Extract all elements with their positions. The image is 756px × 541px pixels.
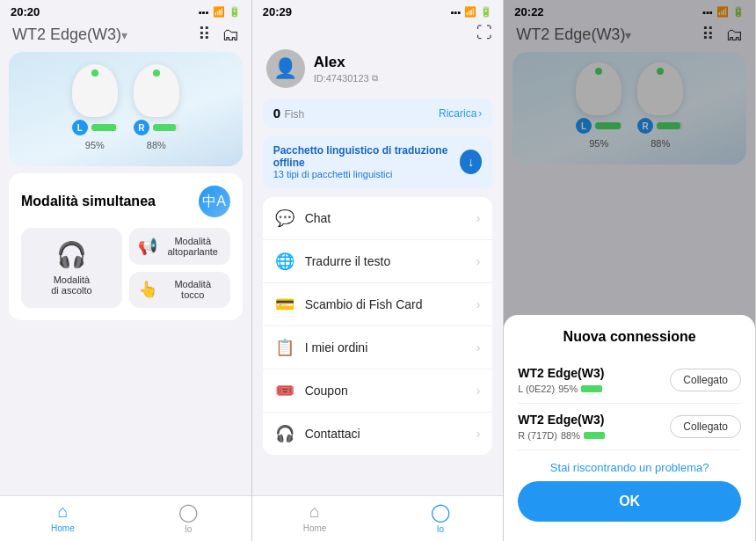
p1-header: WT2 Edge(W3)▾ ⠿ 🗂 [0, 20, 251, 52]
menu-coupon[interactable]: 🎟️ Coupon › [263, 369, 493, 413]
connect-button-1[interactable]: Collegato [670, 369, 741, 391]
speaker-mode-button[interactable]: 📢 Modalità altoparlante [129, 228, 230, 265]
translate-chevron: › [476, 254, 481, 268]
recharge-button[interactable]: Ricarica › [439, 107, 482, 120]
tab-home-1[interactable]: ⌂ Home [0, 501, 126, 534]
menu-orders[interactable]: 📋 I miei ordini › [263, 326, 493, 369]
fish-label: Fish [284, 108, 304, 121]
expand-icon[interactable]: ⛶ [476, 24, 492, 42]
tab-io-1[interactable]: ◯ Io [126, 501, 251, 534]
menu-orders-label: I miei ordini [305, 340, 466, 355]
recharge-chevron: › [478, 107, 482, 120]
tab-home-label-2: Home [303, 523, 327, 533]
speaker-icon: 📢 [138, 237, 157, 256]
tab-home-label-1: Home [51, 523, 75, 533]
status-bar-2: 20:29 ▪▪▪ 📶 🔋 [252, 0, 504, 20]
earbud-battery-left-1 [91, 124, 118, 131]
trouble-link[interactable]: Stai riscontrando un problema? [518, 450, 741, 481]
device-row-2: WT2 Edge(W3) R (717D) 88% Collegato [518, 404, 741, 450]
lang-title: Pacchetto linguistico di traduzione offl… [273, 144, 461, 169]
earbuds-section-1: L 95% R 88% [9, 52, 243, 166]
modal-overlay: Nuova connessione WT2 Edge(W3) L (0E22) … [504, 0, 755, 541]
earbud-shape-right-1 [134, 64, 179, 117]
earbud-label-left-1: L [72, 120, 118, 135]
earbud-lr-label-right-1: R [134, 120, 149, 135]
ear-icon: 🎧 [56, 240, 87, 269]
device-info-1: WT2 Edge(W3) L (0E22) 95% [518, 366, 604, 394]
signal-icon-1: ▪▪▪ [199, 7, 209, 18]
status-time-2: 20:29 [263, 5, 292, 18]
device-name-1: WT2 Edge(W3) [518, 366, 604, 380]
menu-translate[interactable]: 🌐 Tradurre il testo › [263, 240, 493, 283]
qr-button[interactable]: ⠿ [198, 24, 211, 45]
device-sub-2: R (717D) 88% [518, 430, 605, 441]
page-title-1: WT2 Edge(W3)▾ [12, 26, 127, 43]
lang-download-button[interactable]: ↓ [460, 150, 482, 174]
menu-coupon-label: Coupon [305, 384, 466, 398]
menu-list: 💬 Chat › 🌐 Tradurre il testo › 💳 Scambio… [263, 197, 493, 455]
copy-id-icon: ⧉ [372, 73, 378, 84]
fish-card-chevron: › [476, 297, 481, 311]
device-name-2: WT2 Edge(W3) [518, 413, 605, 427]
touch-mode-button[interactable]: 👆 Modalità tocco [129, 272, 230, 309]
tab-io-label-1: Io [185, 524, 192, 534]
earbud-pct-left-1: 95% [85, 140, 105, 150]
earbud-battery-fill-left-1 [91, 124, 117, 131]
panel-connection: 20:22 ▪▪▪ 📶 🔋 WT2 Edge(W3)▾ ⠿ 🗂 L [504, 0, 756, 541]
tab-home-2[interactable]: ⌂ Home [252, 501, 378, 534]
menu-contact-label: Contattaci [305, 427, 466, 441]
profile-section: 👤 Alex ID:47430123 ⧉ [252, 42, 504, 99]
coupon-icon: 🎟️ [275, 381, 294, 400]
contact-chevron: › [476, 427, 481, 441]
chat-chevron: › [476, 211, 481, 225]
status-icons-2: ▪▪▪ 📶 🔋 [451, 6, 493, 18]
share-button[interactable]: 🗂 [222, 25, 239, 45]
panel-home: 20:20 ▪▪▪ 📶 🔋 WT2 Edge(W3)▾ ⠿ 🗂 L [0, 0, 252, 541]
device-battery-1 [581, 385, 602, 392]
person-icon-1: ◯ [178, 501, 198, 523]
battery-icon-1: 🔋 [229, 6, 241, 18]
panel-profile: 20:29 ▪▪▪ 📶 🔋 ⛶ 👤 Alex ID:47430123 ⧉ 0 F… [252, 0, 505, 541]
touch-mode-label: Modalità tocco [164, 279, 222, 300]
lang-banner[interactable]: Pacchetto linguistico di traduzione offl… [263, 135, 493, 188]
modal-title: Nuova connessione [518, 329, 741, 345]
lang-subtitle: 13 tipi di pacchetti linguistici [273, 169, 461, 179]
speaker-mode-label: Modalità altoparlante [164, 236, 222, 257]
person-icon-2: ◯ [431, 501, 450, 523]
profile-id: ID:47430123 ⧉ [314, 73, 378, 84]
earbud-left-1: L 95% [72, 64, 118, 150]
coupon-chevron: › [476, 384, 481, 398]
tab-io-2[interactable]: ◯ Io [378, 501, 504, 534]
profile-info: Alex ID:47430123 ⧉ [314, 54, 378, 84]
menu-fish-card[interactable]: 💳 Scambio di Fish Card › [263, 283, 493, 326]
fish-card-icon: 💳 [275, 295, 294, 314]
mode-title-label: Modalità simultanea [21, 194, 156, 209]
connect-button-2[interactable]: Collegato [670, 415, 741, 438]
menu-fish-card-label: Scambio di Fish Card [305, 297, 466, 311]
profile-name: Alex [314, 54, 378, 71]
listen-mode-label: Modalitàdi ascolto [51, 274, 91, 296]
signal-icon-2: ▪▪▪ [451, 7, 462, 18]
touch-icon: 👆 [138, 280, 157, 299]
orders-chevron: › [476, 340, 481, 355]
avatar: 👤 [266, 49, 305, 88]
tab-bar-2: ⌂ Home ◯ Io [252, 495, 504, 541]
orders-icon: 📋 [275, 338, 294, 357]
download-icon: ↓ [468, 155, 474, 169]
status-time-1: 20:20 [11, 5, 40, 18]
modal-sheet: Nuova connessione WT2 Edge(W3) L (0E22) … [504, 315, 755, 541]
status-bar-1: 20:20 ▪▪▪ 📶 🔋 [0, 0, 251, 20]
menu-chat[interactable]: 💬 Chat › [263, 197, 493, 240]
mode-title-row: Modalità simultanea 中A [21, 186, 230, 217]
status-icons-1: ▪▪▪ 📶 🔋 [199, 6, 241, 18]
device-battery-2 [584, 432, 605, 439]
menu-translate-label: Tradurre il testo [305, 254, 466, 268]
fish-banner: 0 Fish Ricarica › [263, 99, 493, 128]
chat-icon: 💬 [275, 208, 294, 228]
menu-contact[interactable]: 🎧 Contattaci › [263, 413, 493, 455]
listen-mode-button[interactable]: 🎧 Modalitàdi ascolto [21, 228, 122, 308]
mode-card: Modalità simultanea 中A 🎧 Modalitàdi asco… [9, 173, 243, 320]
translate-icon: 🌐 [275, 252, 294, 271]
wifi-icon-2: 📶 [464, 6, 476, 18]
ok-button[interactable]: OK [518, 481, 741, 522]
